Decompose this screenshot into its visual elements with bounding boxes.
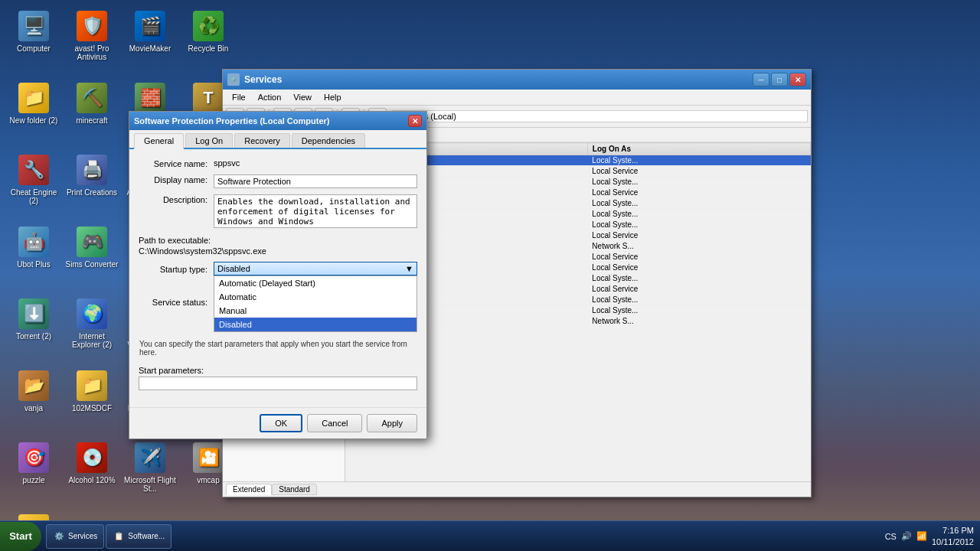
desktop-icon-sims[interactable]: 🎮 Sims Converter: [64, 222, 119, 291]
dialog-close-button[interactable]: ✕: [408, 115, 422, 127]
taskbar: Start ⚙️ Services 📋 Software... CS 🔊 📶 7…: [0, 520, 980, 551]
cancel-button[interactable]: Cancel: [307, 414, 362, 432]
window-controls: ─ □ ✕: [753, 73, 806, 86]
desktop-icon-newfolder[interactable]: 📁 New folder (2): [6, 78, 61, 147]
startup-selected-value: Disabled: [217, 264, 250, 273]
taskbar-items: ⚙️ Services 📋 Software...: [44, 521, 879, 551]
option-disabled[interactable]: Disabled: [214, 318, 416, 331]
dialog-tabs: General Log On Recovery Dependencies: [129, 130, 426, 149]
dialog-titlebar: Software Protection Properties (Local Co…: [129, 112, 426, 130]
desktop-icon-vanja[interactable]: 📂 vanja: [6, 366, 61, 435]
desktop-icon-print[interactable]: 🖨️ Print Creations: [64, 150, 119, 219]
col-logon: Log On As: [587, 143, 810, 155]
clock: 7:16 PM 10/11/2012: [932, 525, 974, 547]
desktop-icon-ie[interactable]: 🌍 Internet Explorer (2): [64, 294, 119, 363]
address-bar: Services (Local): [392, 110, 808, 122]
vmcap-icon: 🎦: [193, 442, 224, 473]
taskbar-item-services[interactable]: ⚙️ Services: [46, 524, 104, 549]
menu-help[interactable]: Help: [318, 91, 348, 103]
properties-dialog: Software Protection Properties (Local Co…: [129, 111, 427, 439]
recyclebin-icon: ♻️: [193, 11, 224, 41]
option-automatic-delayed[interactable]: Automatic (Delayed Start): [214, 276, 416, 290]
cell-logon: Local Syste...: [587, 305, 810, 316]
cell-logon: Local Syste...: [587, 198, 810, 209]
option-automatic[interactable]: Automatic: [214, 290, 416, 304]
services-menubar: File Action View Help: [223, 90, 811, 106]
cell-logon: Local Syste...: [587, 295, 810, 305]
description-row: Description:: [139, 194, 417, 230]
tab-standard[interactable]: Standard: [272, 484, 317, 495]
services-window-icon: ⚙️: [227, 73, 240, 86]
tab-general[interactable]: General: [134, 133, 184, 149]
torrent-icon: ⬇️: [18, 298, 49, 329]
path-row: Path to executable: C:\Windows\system32\…: [139, 236, 417, 256]
102-icon: 📁: [77, 370, 107, 401]
start-params-label: Start parameters:: [139, 365, 207, 375]
menu-file[interactable]: File: [226, 91, 252, 103]
volume-icon: 🔊: [901, 531, 912, 541]
cell-logon: Local Service: [587, 187, 810, 198]
startup-row: Startup type: Disabled ▼ Automatic (Dela…: [139, 262, 417, 276]
desktop-icon-moviemaker[interactable]: 🎬 MovieMaker: [122, 6, 178, 75]
alcohol3-icon: 💿: [77, 442, 107, 473]
clock-time: 7:16 PM: [932, 525, 974, 536]
clock-date: 10/11/2012: [932, 536, 974, 547]
tab-dependencies[interactable]: Dependencies: [292, 133, 365, 148]
computer-icon: 🖥️: [18, 11, 49, 41]
taskbar-item-software[interactable]: 📋 Software...: [106, 524, 172, 549]
start-params-input[interactable]: [139, 377, 417, 390]
minimize-button[interactable]: ─: [753, 73, 769, 86]
tab-logon[interactable]: Log On: [185, 133, 233, 148]
services-window-title: Services: [244, 74, 753, 85]
startup-select-container: Disabled ▼ Automatic (Delayed Start) Aut…: [214, 262, 417, 276]
vanja-icon: 📂: [18, 370, 49, 401]
menu-view[interactable]: View: [287, 91, 318, 103]
display-name-input[interactable]: [214, 174, 417, 188]
desktop-icon-computer[interactable]: 🖥️ Computer: [6, 6, 61, 75]
ubot-icon: 🤖: [18, 227, 49, 257]
startup-dropdown: Automatic (Delayed Start) Automatic Manu…: [214, 276, 417, 332]
maximize-button[interactable]: □: [771, 73, 788, 86]
option-manual[interactable]: Manual: [214, 304, 416, 318]
desktop-icon-puzzle[interactable]: 🎯 puzzle: [6, 438, 61, 507]
cell-logon: Network S...: [587, 316, 810, 327]
service-name-value: sppsvc: [214, 158, 417, 168]
ok-button[interactable]: OK: [260, 414, 302, 432]
minecraft-icon: ⛏️: [77, 83, 107, 113]
startup-select[interactable]: Disabled ▼: [214, 262, 417, 276]
start-button[interactable]: Start: [0, 522, 41, 551]
desktop-icon-alcohol3[interactable]: 💿 Alcohol 120%: [64, 438, 119, 507]
path-value: C:\Windows\system32\sppsvc.exe: [139, 246, 417, 256]
menu-action[interactable]: Action: [252, 91, 288, 103]
desktop-icon-cheatengine[interactable]: 🔧 Cheat Engine (2): [6, 150, 61, 219]
desktop-icon-recycle[interactable]: ♻️ Recycle Bin: [181, 6, 236, 75]
display-name-label: Display name:: [139, 174, 207, 184]
dialog-footer: OK Cancel Apply: [129, 407, 426, 439]
desktop-icon-torrent[interactable]: ⬇️ Torrent (2): [6, 294, 61, 363]
close-button[interactable]: ✕: [789, 73, 806, 86]
services-statusbar: Extended Standard: [223, 481, 811, 497]
path-label: Path to executable:: [139, 236, 417, 245]
description-textarea[interactable]: [214, 194, 417, 228]
lang-indicator: CS: [885, 532, 897, 541]
service-name-label: Service name:: [139, 158, 207, 168]
desktop-icon-msflight[interactable]: ✈️ Microsoft Flight St...: [122, 438, 178, 507]
tab-extended[interactable]: Extended: [226, 484, 272, 495]
service-status-label: Service status:: [139, 297, 207, 307]
tab-recovery[interactable]: Recovery: [234, 133, 289, 148]
dialog-body: Service name: sppsvc Display name: Descr…: [129, 149, 426, 407]
desktop-icon-avast[interactable]: 🛡️ avast! Pro Antivirus: [64, 6, 119, 75]
dialog-title: Software Protection Properties (Local Co…: [134, 116, 408, 126]
cell-logon: Local Service: [587, 262, 810, 273]
desktop-icon-102a[interactable]: 📁 102MSDCF: [64, 366, 119, 435]
cell-logon: Local Syste...: [587, 273, 810, 284]
desktop-icon-ubot[interactable]: 🤖 Ubot Plus: [6, 222, 61, 291]
dropdown-arrow-icon: ▼: [405, 264, 413, 273]
taskbar-software-icon: 📋: [113, 530, 125, 543]
cheatengine-icon: 🔧: [18, 155, 49, 185]
desktop-icon-minecraft[interactable]: ⛏️ minecraft: [64, 78, 119, 147]
cell-logon: Local Service: [587, 252, 810, 262]
sims-icon: 🎮: [77, 227, 107, 257]
apply-button[interactable]: Apply: [367, 414, 417, 432]
startup-label: Startup type:: [139, 264, 207, 274]
